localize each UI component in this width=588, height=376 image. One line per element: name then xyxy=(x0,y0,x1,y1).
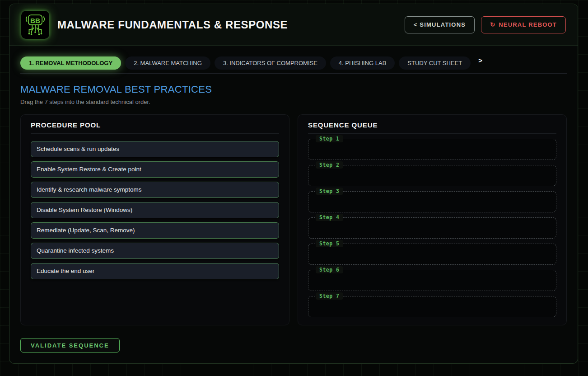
pool-item[interactable]: Enable System Restore & Create point xyxy=(31,161,279,178)
sequence-slot[interactable]: Step 4 xyxy=(308,217,556,239)
reboot-icon: ↻ xyxy=(490,21,495,28)
panels-row: PROCEDURE POOL Schedule scans & run upda… xyxy=(20,114,567,325)
reboot-label: NEURAL REBOOT xyxy=(499,21,557,28)
tab-bar: 1. REMOVAL METHODOLOGY 2. MALWARE MATCHI… xyxy=(20,56,567,70)
slot-label: Step 4 xyxy=(316,214,343,221)
slot-label: Step 3 xyxy=(316,188,343,195)
slot-label: Step 1 xyxy=(316,135,343,142)
sequence-slot[interactable]: Step 1 xyxy=(308,139,556,160)
section-subtitle: Drag the 7 steps into the standard techn… xyxy=(20,99,567,105)
validate-sequence-button[interactable]: VALIDATE SEQUENCE xyxy=(20,338,120,352)
pool-item[interactable]: Remediate (Update, Scan, Remove) xyxy=(31,222,279,239)
sequence-slot[interactable]: Step 2 xyxy=(308,165,556,186)
tab-phishing-lab[interactable]: 4. PHISHING LAB xyxy=(330,56,395,70)
pool-item[interactable]: Disable System Restore (Windows) xyxy=(31,202,279,218)
sequence-slot[interactable]: Step 3 xyxy=(308,191,556,212)
neural-reboot-button[interactable]: ↻NEURAL REBOOT xyxy=(481,16,566,33)
tab-indicators-of-compromise[interactable]: 3. INDICATORS OF COMPROMISE xyxy=(215,56,326,70)
tab-study-cut-sheet[interactable]: STUDY CUT SHEET xyxy=(399,56,471,70)
header-actions: < SIMULATIONS ↻NEURAL REBOOT xyxy=(405,16,566,33)
app-window: BB MALWARE FUNDAMENTALS & RESPONSE < SIM… xyxy=(9,4,578,364)
procedure-pool-list: Schedule scans & run updates Enable Syst… xyxy=(31,141,279,279)
procedure-pool-divider xyxy=(31,133,279,134)
bb-circuit-logo-icon: BB xyxy=(23,13,47,37)
sequence-slot[interactable]: Step 5 xyxy=(308,244,556,265)
slot-label: Step 7 xyxy=(316,292,343,300)
app-title: MALWARE FUNDAMENTALS & RESPONSE xyxy=(57,19,288,31)
app-header: BB MALWARE FUNDAMENTALS & RESPONSE < SIM… xyxy=(9,4,578,46)
sequence-queue-title: SEQUENCE QUEUE xyxy=(308,121,556,129)
pool-item[interactable]: Identify & research malware symptoms xyxy=(31,182,279,198)
simulations-button[interactable]: < SIMULATIONS xyxy=(405,16,475,33)
pool-item[interactable]: Educate the end user xyxy=(31,263,279,279)
tab-malware-matching[interactable]: 2. MALWARE MATCHING xyxy=(125,56,210,70)
procedure-pool-panel: PROCEDURE POOL Schedule scans & run upda… xyxy=(20,114,289,325)
bb-logo: BB xyxy=(21,11,49,39)
tabs-overflow-chevron-icon[interactable]: > xyxy=(478,56,482,65)
page-background: BB MALWARE FUNDAMENTALS & RESPONSE < SIM… xyxy=(0,0,588,376)
slot-label: Step 6 xyxy=(316,266,343,273)
content-area: 1. REMOVAL METHODOLOGY 2. MALWARE MATCHI… xyxy=(9,46,578,363)
sequence-slot[interactable]: Step 7 xyxy=(308,296,556,317)
slot-label: Step 2 xyxy=(316,161,343,169)
procedure-pool-title: PROCEDURE POOL xyxy=(31,121,279,129)
sequence-slot-list: Step 1 Step 2 Step 3 Step 4 Step 5 Step … xyxy=(308,139,556,317)
pool-item[interactable]: Quarantine infected systems xyxy=(31,243,279,259)
slot-label: Step 5 xyxy=(316,240,343,247)
pool-item[interactable]: Schedule scans & run updates xyxy=(31,141,279,157)
section-title: MALWARE REMOVAL BEST PRACTICES xyxy=(20,84,567,95)
sequence-slot[interactable]: Step 6 xyxy=(308,270,556,291)
sequence-queue-panel: SEQUENCE QUEUE Step 1 Step 2 Step 3 Step… xyxy=(298,114,567,325)
sequence-queue-divider xyxy=(308,133,556,134)
logo-text: BB xyxy=(30,16,40,24)
tab-divider xyxy=(20,73,567,74)
tab-removal-methodology[interactable]: 1. REMOVAL METHODOLOGY xyxy=(20,56,121,70)
